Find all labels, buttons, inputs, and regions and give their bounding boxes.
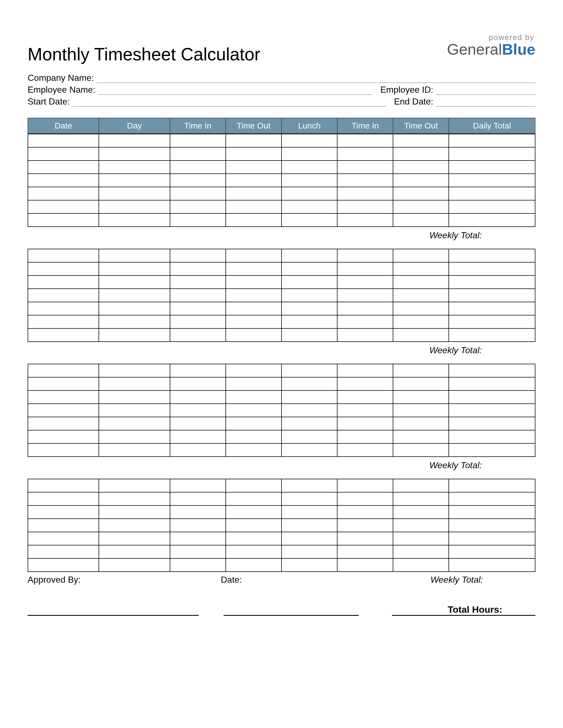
- cell[interactable]: [337, 364, 393, 377]
- cell[interactable]: [99, 315, 170, 328]
- cell[interactable]: [393, 519, 449, 532]
- cell[interactable]: [226, 417, 282, 430]
- cell[interactable]: [337, 147, 393, 160]
- cell[interactable]: [170, 134, 226, 147]
- cell[interactable]: [393, 262, 449, 275]
- cell[interactable]: [282, 404, 337, 417]
- cell[interactable]: [99, 390, 170, 404]
- approved-by-line[interactable]: [28, 604, 199, 616]
- cell[interactable]: [226, 404, 282, 417]
- cell[interactable]: [226, 328, 282, 342]
- cell[interactable]: [282, 492, 337, 505]
- cell[interactable]: [170, 479, 226, 492]
- cell[interactable]: [337, 200, 393, 213]
- cell[interactable]: [282, 187, 337, 200]
- cell[interactable]: [449, 200, 535, 213]
- cell[interactable]: [449, 289, 535, 302]
- cell[interactable]: [99, 364, 170, 377]
- cell[interactable]: [28, 315, 99, 328]
- cell[interactable]: [393, 364, 449, 377]
- cell[interactable]: [282, 275, 337, 289]
- cell[interactable]: [449, 492, 535, 505]
- cell[interactable]: [282, 249, 337, 262]
- cell[interactable]: [337, 289, 393, 302]
- cell[interactable]: [170, 275, 226, 289]
- cell[interactable]: [170, 505, 226, 519]
- cell[interactable]: [170, 417, 226, 430]
- cell[interactable]: [282, 328, 337, 342]
- cell[interactable]: [99, 417, 170, 430]
- cell[interactable]: [226, 275, 282, 289]
- cell[interactable]: [337, 160, 393, 174]
- cell[interactable]: [28, 302, 99, 315]
- cell[interactable]: [28, 249, 99, 262]
- cell[interactable]: [393, 479, 449, 492]
- cell[interactable]: [337, 443, 393, 457]
- cell[interactable]: [449, 174, 535, 187]
- cell[interactable]: [99, 302, 170, 315]
- cell[interactable]: [337, 545, 393, 558]
- cell[interactable]: [337, 519, 393, 532]
- cell[interactable]: [99, 289, 170, 302]
- cell[interactable]: [393, 505, 449, 519]
- cell[interactable]: [337, 558, 393, 572]
- cell[interactable]: [170, 377, 226, 390]
- cell[interactable]: [337, 404, 393, 417]
- cell[interactable]: [99, 187, 170, 200]
- cell[interactable]: [170, 213, 226, 227]
- cell[interactable]: [28, 147, 99, 160]
- cell[interactable]: [282, 479, 337, 492]
- cell[interactable]: [28, 492, 99, 505]
- cell[interactable]: [449, 532, 535, 545]
- cell[interactable]: [449, 390, 535, 404]
- cell[interactable]: [337, 249, 393, 262]
- cell[interactable]: [28, 377, 99, 390]
- cell[interactable]: [99, 404, 170, 417]
- cell[interactable]: [170, 302, 226, 315]
- start-date-field[interactable]: [73, 97, 386, 107]
- cell[interactable]: [337, 134, 393, 147]
- cell[interactable]: [393, 492, 449, 505]
- cell[interactable]: [282, 262, 337, 275]
- cell[interactable]: [282, 364, 337, 377]
- cell[interactable]: [393, 302, 449, 315]
- cell[interactable]: [28, 519, 99, 532]
- cell[interactable]: [28, 262, 99, 275]
- cell[interactable]: [99, 249, 170, 262]
- cell[interactable]: [337, 262, 393, 275]
- cell[interactable]: [393, 532, 449, 545]
- cell[interactable]: [393, 213, 449, 227]
- cell[interactable]: [337, 479, 393, 492]
- cell[interactable]: [28, 289, 99, 302]
- company-name-field[interactable]: [97, 74, 535, 83]
- cell[interactable]: [28, 404, 99, 417]
- cell[interactable]: [170, 545, 226, 558]
- cell[interactable]: [170, 200, 226, 213]
- cell[interactable]: [226, 545, 282, 558]
- end-date-field[interactable]: [436, 97, 535, 107]
- cell[interactable]: [449, 187, 535, 200]
- cell[interactable]: [449, 479, 535, 492]
- cell[interactable]: [337, 532, 393, 545]
- cell[interactable]: [226, 302, 282, 315]
- cell[interactable]: [282, 302, 337, 315]
- cell[interactable]: [99, 174, 170, 187]
- cell[interactable]: [226, 147, 282, 160]
- cell[interactable]: [337, 213, 393, 227]
- cell[interactable]: [393, 134, 449, 147]
- cell[interactable]: [99, 262, 170, 275]
- cell[interactable]: [28, 187, 99, 200]
- cell[interactable]: [99, 443, 170, 457]
- cell[interactable]: [28, 160, 99, 174]
- cell[interactable]: [170, 328, 226, 342]
- cell[interactable]: [99, 492, 170, 505]
- cell[interactable]: [226, 364, 282, 377]
- cell[interactable]: [226, 390, 282, 404]
- cell[interactable]: [28, 430, 99, 443]
- cell[interactable]: [449, 160, 535, 174]
- cell[interactable]: [99, 545, 170, 558]
- cell[interactable]: [99, 505, 170, 519]
- cell[interactable]: [337, 492, 393, 505]
- cell[interactable]: [226, 174, 282, 187]
- cell[interactable]: [226, 187, 282, 200]
